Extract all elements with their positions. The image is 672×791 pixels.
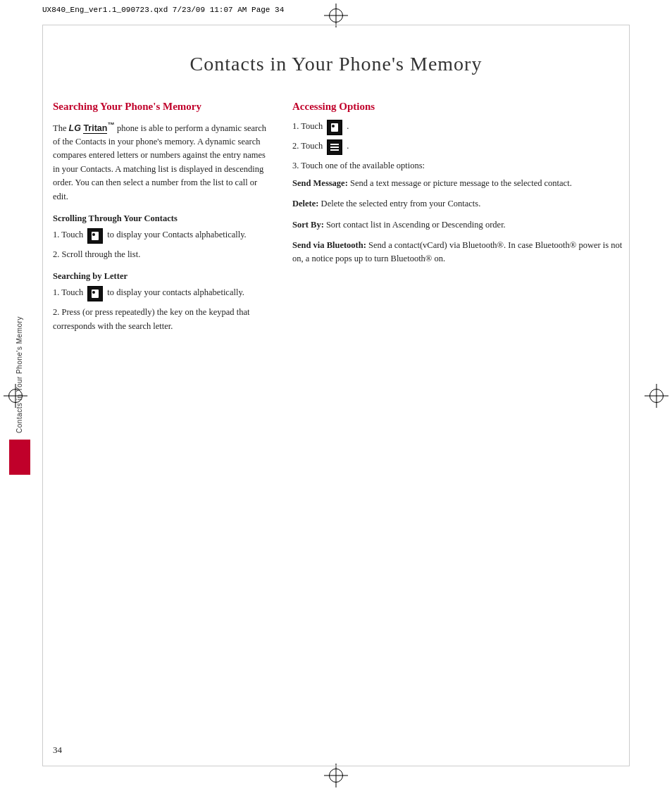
side-tab-label: Contacts in Your Phone's Memory	[15, 316, 23, 433]
access-step2: 2. Touch .	[292, 139, 626, 155]
menu-icon-1	[327, 139, 342, 155]
right-column: Accessing Options 1. Touch .	[292, 100, 626, 337]
access-step3: 3. Touch one of the available options:	[292, 159, 626, 173]
term-sort-by-def: Sort contact list in Ascending or Descen…	[326, 220, 506, 230]
letter-step2-text: 2. Press (or press repeatedly) the key o…	[53, 306, 271, 333]
border-top	[42, 25, 630, 25]
access-step2-num: 2. Touch	[292, 139, 323, 153]
term-send-message-label: Send Message:	[292, 178, 348, 188]
section2-heading: Accessing Options	[292, 100, 626, 114]
svg-rect-14	[330, 149, 339, 151]
scroll-step1: 1. Touch to display your Contacts alphab…	[53, 228, 271, 244]
svg-rect-6	[92, 294, 99, 296]
access-step3-text: 3. Touch one of the available options:	[292, 159, 425, 173]
term-delete: Delete: Delete the selected entry from y…	[292, 197, 626, 211]
term-send-bluetooth-label: Send via Bluetooth:	[292, 240, 366, 250]
scroll-step2: 2. Scroll through the list.	[53, 248, 271, 261]
contacts-icon-letter1	[86, 286, 104, 301]
contacts-svg-3	[330, 123, 340, 132]
header-bar: UX840_Eng_ver1.1_090723.qxd 7/23/09 11:0…	[42, 6, 630, 14]
file-info: UX840_Eng_ver1.1_090723.qxd 7/23/09 11:0…	[42, 6, 284, 14]
side-tab-bar	[9, 440, 30, 475]
letter-step1-num: 1. Touch	[53, 286, 83, 299]
term-send-message: Send Message: Send a text message or pic…	[292, 177, 626, 190]
subsection2-heading: Searching by Letter	[53, 271, 271, 282]
svg-rect-11	[331, 130, 337, 131]
term-sort-by: Sort By: Sort contact list in Ascending …	[292, 218, 626, 232]
term-sort-by-label: Sort By:	[292, 220, 324, 230]
svg-rect-12	[330, 144, 339, 145]
reg-mark-bottom	[329, 768, 343, 783]
contacts-svg-1	[90, 231, 100, 241]
side-tab: Contacts in Your Phone's Memory	[0, 316, 39, 475]
border-left	[42, 25, 43, 766]
svg-rect-5	[92, 291, 95, 294]
svg-rect-3	[92, 238, 97, 239]
access-step2-dot: .	[347, 139, 349, 153]
svg-rect-10	[331, 128, 338, 130]
letter-step1-text: to display your contacts alphabetically.	[107, 286, 244, 299]
access-step1: 1. Touch .	[292, 120, 626, 135]
contacts-icon-scroll1	[86, 228, 104, 244]
page-number: 34	[53, 745, 62, 756]
svg-rect-9	[332, 125, 335, 127]
term-delete-label: Delete:	[292, 199, 318, 208]
contacts-icon-3	[327, 120, 342, 135]
section1-body: The LG Tritan™ phone is able to perform …	[53, 120, 271, 204]
scroll-step1-text: to display your Contacts alphabetically.	[107, 228, 246, 242]
svg-rect-7	[92, 296, 97, 297]
page-title: Contacts in Your Phone's Memory	[46, 53, 626, 75]
svg-rect-2	[92, 237, 99, 238]
columns: Searching Your Phone's Memory The LG Tri…	[53, 100, 626, 337]
term-send-bluetooth: Send via Bluetooth: Send a contact(vCard…	[292, 239, 626, 266]
svg-rect-13	[330, 147, 339, 148]
page-content: Contacts in Your Phone's Memory Searchin…	[46, 32, 626, 759]
term-send-message-def: Send a text message or picture message t…	[350, 178, 572, 188]
left-column: Searching Your Phone's Memory The LG Tri…	[53, 100, 271, 337]
access-step1-num: 1. Touch	[292, 120, 323, 133]
scroll-step2-text: 2. Scroll through the list.	[53, 248, 140, 261]
contacts-icon-2	[87, 286, 103, 301]
access-step1-dot: .	[347, 120, 349, 133]
letter-step1: 1. Touch to display your contacts alphab…	[53, 286, 271, 301]
scroll-step1-num: 1. Touch	[53, 228, 83, 242]
contacts-icon-1	[87, 228, 103, 244]
border-bottom	[42, 766, 630, 766]
letter-step2: 2. Press (or press repeatedly) the key o…	[53, 306, 271, 333]
border-right	[629, 25, 630, 766]
subsection1-heading: Scrolling Through Your Contacts	[53, 213, 271, 224]
term-delete-def: Delete the selected entry from your Cont…	[321, 199, 481, 208]
menu-svg-1	[330, 142, 340, 152]
svg-rect-1	[92, 233, 95, 236]
lg-logo: LG Tritan™	[69, 123, 115, 133]
reg-mark-right	[649, 389, 664, 403]
menu-icon-access1	[325, 120, 344, 135]
section1-heading: Searching Your Phone's Memory	[53, 100, 271, 114]
contacts-svg-2	[90, 289, 100, 299]
menu-icon-access2	[325, 139, 344, 155]
